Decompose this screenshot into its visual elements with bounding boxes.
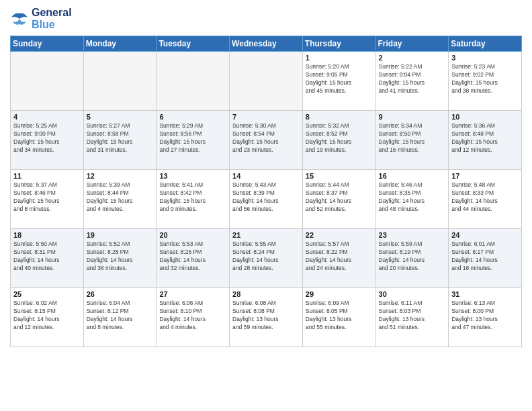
day-number: 3	[451, 54, 519, 62]
calendar-cell: 3Sunrise: 5:23 AM Sunset: 9:02 PM Daylig…	[449, 52, 522, 111]
day-number: 11	[13, 172, 81, 180]
calendar-cell: 14Sunrise: 5:43 AM Sunset: 8:39 PM Dayli…	[230, 170, 303, 229]
day-number: 12	[87, 172, 154, 180]
calendar-week-5: 25Sunrise: 6:02 AM Sunset: 8:15 PM Dayli…	[11, 288, 522, 347]
day-number: 29	[306, 290, 373, 298]
day-number: 23	[379, 231, 446, 239]
calendar-cell: 7Sunrise: 5:30 AM Sunset: 8:54 PM Daylig…	[230, 111, 303, 170]
day-info: Sunrise: 6:06 AM Sunset: 8:10 PM Dayligh…	[159, 300, 226, 332]
day-info: Sunrise: 5:59 AM Sunset: 8:19 PM Dayligh…	[379, 240, 446, 273]
calendar-cell: 1Sunrise: 5:20 AM Sunset: 9:05 PM Daylig…	[302, 52, 375, 111]
day-number: 21	[232, 231, 300, 239]
day-number: 6	[159, 113, 226, 121]
calendar-cell: 17Sunrise: 5:48 AM Sunset: 8:33 PM Dayli…	[449, 170, 522, 229]
day-info: Sunrise: 5:23 AM Sunset: 9:02 PM Dayligh…	[451, 63, 519, 95]
day-number: 15	[306, 172, 373, 180]
calendar-cell: 30Sunrise: 6:11 AM Sunset: 8:03 PM Dayli…	[375, 288, 449, 347]
day-info: Sunrise: 6:01 AM Sunset: 8:17 PM Dayligh…	[451, 240, 519, 273]
calendar-cell: 24Sunrise: 6:01 AM Sunset: 8:17 PM Dayli…	[449, 229, 522, 288]
day-info: Sunrise: 6:04 AM Sunset: 8:12 PM Dayligh…	[87, 300, 154, 332]
calendar-cell: 5Sunrise: 5:27 AM Sunset: 8:58 PM Daylig…	[83, 111, 157, 170]
day-number: 18	[13, 231, 81, 239]
day-info: Sunrise: 6:09 AM Sunset: 8:05 PM Dayligh…	[306, 300, 373, 332]
day-info: Sunrise: 5:50 AM Sunset: 8:31 PM Dayligh…	[13, 240, 81, 273]
day-number: 27	[159, 290, 226, 298]
calendar-cell: 4Sunrise: 5:25 AM Sunset: 9:00 PM Daylig…	[11, 111, 84, 170]
day-info: Sunrise: 5:44 AM Sunset: 8:37 PM Dayligh…	[306, 181, 373, 214]
weekday-header-tuesday: Tuesday	[157, 36, 230, 52]
calendar-cell: 31Sunrise: 6:13 AM Sunset: 8:00 PM Dayli…	[449, 288, 522, 347]
calendar-week-2: 4Sunrise: 5:25 AM Sunset: 9:00 PM Daylig…	[11, 111, 522, 170]
calendar-cell: 29Sunrise: 6:09 AM Sunset: 8:05 PM Dayli…	[302, 288, 375, 347]
day-info: Sunrise: 5:22 AM Sunset: 9:04 PM Dayligh…	[379, 63, 446, 95]
day-info: Sunrise: 5:29 AM Sunset: 8:56 PM Dayligh…	[159, 122, 226, 154]
day-info: Sunrise: 5:55 AM Sunset: 8:24 PM Dayligh…	[232, 240, 300, 273]
logo-text: General Blue	[32, 7, 72, 30]
day-number: 30	[379, 290, 446, 298]
day-info: Sunrise: 5:25 AM Sunset: 9:00 PM Dayligh…	[13, 122, 81, 154]
day-info: Sunrise: 5:39 AM Sunset: 8:44 PM Dayligh…	[87, 181, 154, 214]
day-number: 28	[232, 290, 300, 298]
day-info: Sunrise: 5:30 AM Sunset: 8:54 PM Dayligh…	[232, 122, 300, 154]
weekday-header-row: SundayMondayTuesdayWednesdayThursdayFrid…	[11, 36, 522, 52]
calendar-cell: 6Sunrise: 5:29 AM Sunset: 8:56 PM Daylig…	[157, 111, 230, 170]
day-number: 31	[451, 290, 519, 298]
calendar-week-1: 1Sunrise: 5:20 AM Sunset: 9:05 PM Daylig…	[11, 52, 522, 111]
calendar-cell: 11Sunrise: 5:37 AM Sunset: 8:46 PM Dayli…	[11, 170, 84, 229]
day-info: Sunrise: 5:32 AM Sunset: 8:52 PM Dayligh…	[306, 122, 373, 154]
weekday-header-friday: Friday	[375, 36, 449, 52]
day-info: Sunrise: 5:52 AM Sunset: 8:28 PM Dayligh…	[87, 240, 154, 273]
calendar-cell: 10Sunrise: 5:36 AM Sunset: 8:48 PM Dayli…	[449, 111, 522, 170]
page: General Blue SundayMondayTuesdayWednesda…	[0, 0, 532, 411]
day-info: Sunrise: 5:36 AM Sunset: 8:48 PM Dayligh…	[451, 122, 519, 154]
day-number: 26	[87, 290, 154, 298]
calendar-cell	[157, 52, 230, 111]
calendar-cell: 19Sunrise: 5:52 AM Sunset: 8:28 PM Dayli…	[83, 229, 157, 288]
calendar-cell: 20Sunrise: 5:53 AM Sunset: 8:26 PM Dayli…	[157, 229, 230, 288]
calendar-cell	[11, 52, 84, 111]
calendar-cell: 28Sunrise: 6:08 AM Sunset: 8:08 PM Dayli…	[230, 288, 303, 347]
calendar-cell: 15Sunrise: 5:44 AM Sunset: 8:37 PM Dayli…	[302, 170, 375, 229]
header: General Blue	[10, 7, 522, 30]
calendar-cell: 16Sunrise: 5:46 AM Sunset: 8:35 PM Dayli…	[375, 170, 449, 229]
day-info: Sunrise: 6:11 AM Sunset: 8:03 PM Dayligh…	[379, 300, 446, 332]
calendar: SundayMondayTuesdayWednesdayThursdayFrid…	[10, 36, 522, 347]
day-number: 17	[451, 172, 519, 180]
day-number: 1	[306, 54, 373, 62]
calendar-cell: 22Sunrise: 5:57 AM Sunset: 8:22 PM Dayli…	[302, 229, 375, 288]
calendar-week-4: 18Sunrise: 5:50 AM Sunset: 8:31 PM Dayli…	[11, 229, 522, 288]
calendar-cell: 23Sunrise: 5:59 AM Sunset: 8:19 PM Dayli…	[375, 229, 449, 288]
weekday-header-wednesday: Wednesday	[230, 36, 303, 52]
day-info: Sunrise: 5:34 AM Sunset: 8:50 PM Dayligh…	[379, 122, 446, 154]
day-number: 10	[451, 113, 519, 121]
calendar-cell	[230, 52, 303, 111]
calendar-week-3: 11Sunrise: 5:37 AM Sunset: 8:46 PM Dayli…	[11, 170, 522, 229]
day-number: 8	[306, 113, 373, 121]
calendar-cell: 18Sunrise: 5:50 AM Sunset: 8:31 PM Dayli…	[11, 229, 84, 288]
day-number: 20	[159, 231, 226, 239]
day-info: Sunrise: 6:02 AM Sunset: 8:15 PM Dayligh…	[13, 300, 81, 332]
day-number: 16	[379, 172, 446, 180]
calendar-cell: 8Sunrise: 5:32 AM Sunset: 8:52 PM Daylig…	[302, 111, 375, 170]
day-info: Sunrise: 5:41 AM Sunset: 8:42 PM Dayligh…	[159, 181, 226, 214]
day-info: Sunrise: 5:27 AM Sunset: 8:58 PM Dayligh…	[87, 122, 154, 154]
day-info: Sunrise: 5:53 AM Sunset: 8:26 PM Dayligh…	[159, 240, 226, 273]
weekday-header-sunday: Sunday	[11, 36, 84, 52]
calendar-cell: 9Sunrise: 5:34 AM Sunset: 8:50 PM Daylig…	[375, 111, 449, 170]
calendar-body: 1Sunrise: 5:20 AM Sunset: 9:05 PM Daylig…	[11, 52, 522, 347]
calendar-cell: 27Sunrise: 6:06 AM Sunset: 8:10 PM Dayli…	[157, 288, 230, 347]
day-info: Sunrise: 5:48 AM Sunset: 8:33 PM Dayligh…	[451, 181, 519, 214]
weekday-header-monday: Monday	[83, 36, 157, 52]
day-number: 9	[379, 113, 446, 121]
logo: General Blue	[10, 7, 72, 30]
calendar-cell	[83, 52, 157, 111]
calendar-cell: 13Sunrise: 5:41 AM Sunset: 8:42 PM Dayli…	[157, 170, 230, 229]
day-number: 25	[13, 290, 81, 298]
day-info: Sunrise: 6:08 AM Sunset: 8:08 PM Dayligh…	[232, 300, 300, 332]
day-number: 5	[87, 113, 154, 121]
day-info: Sunrise: 5:37 AM Sunset: 8:46 PM Dayligh…	[13, 181, 81, 214]
day-number: 19	[87, 231, 154, 239]
calendar-header: SundayMondayTuesdayWednesdayThursdayFrid…	[11, 36, 522, 52]
day-number: 7	[232, 113, 300, 121]
calendar-cell: 26Sunrise: 6:04 AM Sunset: 8:12 PM Dayli…	[83, 288, 157, 347]
